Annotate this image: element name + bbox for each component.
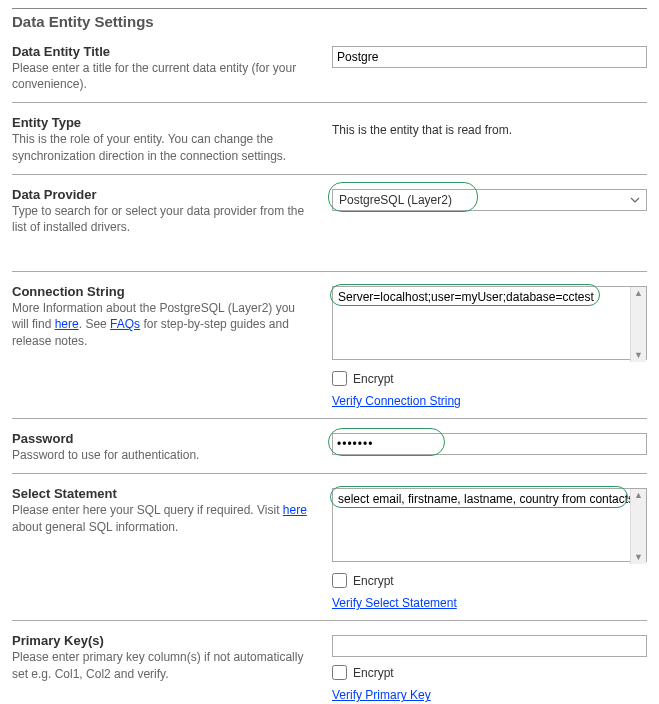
provider-value: PostgreSQL (Layer2) — [339, 193, 452, 207]
title-label: Data Entity Title — [12, 44, 312, 59]
select-label: Select Statement — [12, 486, 312, 501]
section-title: Data Entity Title Please enter a title f… — [12, 44, 647, 103]
select-link-here[interactable]: here — [283, 503, 307, 517]
pkey-encrypt-checkbox[interactable] — [332, 665, 347, 680]
scroll-up-icon: ▲ — [634, 491, 643, 500]
provider-desc: Type to search for or select your data p… — [12, 203, 312, 235]
section-primary-key: Primary Key(s) Please enter primary key … — [12, 633, 647, 704]
select-desc: Please enter here your SQL query if requ… — [12, 502, 312, 534]
conn-encrypt-label: Encrypt — [353, 372, 394, 386]
conn-label: Connection String — [12, 284, 312, 299]
conn-desc: More Information about the PostgreSQL (L… — [12, 300, 312, 349]
scrollbar[interactable]: ▲▼ — [630, 287, 646, 362]
section-select-statement: Select Statement Please enter here your … — [12, 486, 647, 621]
pkey-verify-link[interactable]: Verify Primary Key — [332, 688, 647, 702]
select-encrypt-checkbox[interactable] — [332, 573, 347, 588]
scrollbar[interactable]: ▲▼ — [630, 489, 646, 564]
pkey-desc: Please enter primary key column(s) if no… — [12, 649, 312, 681]
entity-type-static: This is the entity that is read from. — [332, 117, 647, 137]
select-verify-link[interactable]: Verify Select Statement — [332, 596, 647, 610]
entity-type-label: Entity Type — [12, 115, 312, 130]
select-input[interactable]: select email, firstname, lastname, count… — [332, 488, 647, 562]
page-title: Data Entity Settings — [12, 8, 647, 30]
conn-link-faqs[interactable]: FAQs — [110, 317, 140, 331]
conn-link-here[interactable]: here — [55, 317, 79, 331]
conn-verify-link[interactable]: Verify Connection String — [332, 394, 647, 408]
conn-input[interactable]: Server=localhost;user=myUser;database=cc… — [332, 286, 647, 360]
section-connection-string: Connection String More Information about… — [12, 284, 647, 419]
password-label: Password — [12, 431, 312, 446]
section-password: Password Password to use for authenticat… — [12, 431, 647, 474]
title-desc: Please enter a title for the current dat… — [12, 60, 312, 92]
provider-label: Data Provider — [12, 187, 312, 202]
pkey-label: Primary Key(s) — [12, 633, 312, 648]
pkey-encrypt-label: Encrypt — [353, 666, 394, 680]
provider-select[interactable]: PostgreSQL (Layer2) — [332, 189, 647, 211]
scroll-up-icon: ▲ — [634, 289, 643, 298]
section-entity-type: Entity Type This is the role of your ent… — [12, 115, 647, 174]
pkey-input[interactable] — [332, 635, 647, 657]
select-encrypt-label: Encrypt — [353, 574, 394, 588]
scroll-down-icon: ▼ — [634, 553, 643, 562]
section-provider: Data Provider Type to search for or sele… — [12, 187, 647, 272]
conn-encrypt-checkbox[interactable] — [332, 371, 347, 386]
password-input[interactable] — [332, 433, 647, 455]
entity-type-desc: This is the role of your entity. You can… — [12, 131, 312, 163]
scroll-down-icon: ▼ — [634, 351, 643, 360]
title-input[interactable] — [332, 46, 647, 68]
password-desc: Password to use for authentication. — [12, 447, 312, 463]
chevron-down-icon — [630, 195, 640, 205]
